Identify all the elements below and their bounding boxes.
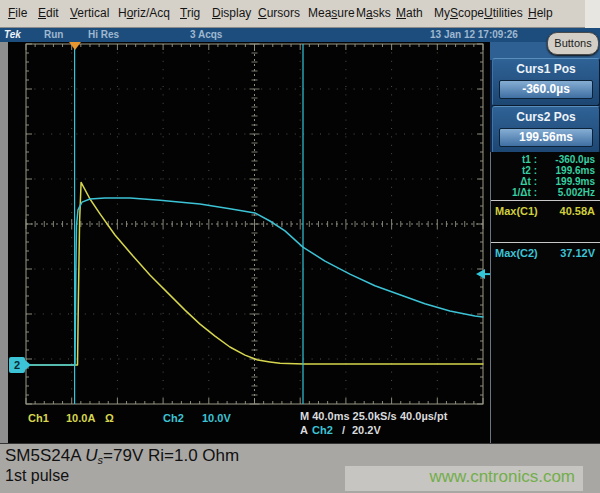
tek-logo: Tek xyxy=(4,29,21,40)
menu-label-post: dit xyxy=(46,6,59,20)
menu-label-key: E xyxy=(38,6,46,20)
ch1-label[interactable]: Ch1 xyxy=(28,412,49,424)
menu-label-post: isplay xyxy=(221,6,252,20)
menu-label-post: sks xyxy=(373,6,391,20)
menu-label-post: ertical xyxy=(77,6,109,20)
max-c2-readout: Max(C2)37.12V xyxy=(491,247,600,261)
trigger-mode-label: A xyxy=(300,424,308,436)
t2-label: t2 : xyxy=(491,165,537,176)
resolution-readout: 40.0µs/pt xyxy=(400,410,447,422)
max-c2-label: Max(C2) xyxy=(495,247,538,259)
menu-file[interactable]: File xyxy=(8,6,27,20)
divider xyxy=(491,200,600,201)
cursor-t1-readout: t1 :-360.0µs xyxy=(491,154,600,165)
max-c1-label: Max(C1) xyxy=(495,205,538,217)
caption-strip: SM5S24A Us=79V Ri=1.0 Ohm 1st pulse www.… xyxy=(0,443,600,493)
menu-label-post: ure xyxy=(337,6,354,20)
inv-dt-value: 5.002Hz xyxy=(558,187,595,198)
menu-label-post: cope xyxy=(458,6,484,20)
menu-utilities[interactable]: Utilities xyxy=(484,6,523,20)
menu-label-key: a xyxy=(366,6,373,20)
menu-label-key: S xyxy=(450,6,458,20)
caption-line2: 1st pulse xyxy=(5,467,69,485)
divider xyxy=(491,242,600,243)
menu-display[interactable]: Display xyxy=(212,6,251,20)
menu-label-key: U xyxy=(484,6,493,20)
menu-bar: File Edit Vertical Horiz/Acq Trig Displa… xyxy=(0,0,600,28)
t1-value: -360.0µs xyxy=(555,154,595,165)
menu-math[interactable]: Math xyxy=(396,6,423,20)
ch2-label[interactable]: Ch2 xyxy=(163,412,184,424)
control-panel: Curs1 Pos -360.0µs Curs2 Pos 199.56ms t1… xyxy=(490,42,600,443)
menu-label-post: rig xyxy=(187,6,200,20)
scope-display: 2 Ch1 10.0A Ω Ch2 10.0V M 40.0ms 25.0kS/… xyxy=(8,42,490,443)
watermark-box: www.cntronics.com xyxy=(345,466,583,491)
menu-label-post: ile xyxy=(15,6,27,20)
menu-label-pre: Mea xyxy=(308,6,331,20)
menu-label-key: T xyxy=(180,6,187,20)
t2-value: 199.6ms xyxy=(556,165,595,176)
menu-label-pre: M xyxy=(356,6,366,20)
menu-vertical[interactable]: Vertical xyxy=(70,6,109,20)
curs2-pos-box: Curs2 Pos 199.56ms xyxy=(492,106,600,154)
acq-count-label: 3 Acqs xyxy=(190,29,222,40)
screen-left-strip xyxy=(0,42,8,443)
timebase-readout[interactable]: M 40.0ms 25.0kS/s xyxy=(300,410,397,422)
menu-myscope[interactable]: MyScope xyxy=(434,6,484,20)
menu-label-pre: My xyxy=(434,6,450,20)
menu-measure[interactable]: Measure xyxy=(308,6,355,20)
caption-var: U xyxy=(85,446,97,465)
trigger-level-readout[interactable]: 20.2V xyxy=(352,424,381,436)
menu-label-key: H xyxy=(528,6,537,20)
run-state-label: Run xyxy=(44,29,63,40)
menu-label-key: D xyxy=(212,6,221,20)
curs1-pos-box: Curs1 Pos -360.0µs xyxy=(492,58,600,106)
caption-params: =79V Ri=1.0 Ohm xyxy=(103,446,239,465)
menu-label-post: elp xyxy=(537,6,553,20)
menu-label-key: C xyxy=(258,6,267,20)
trigger-source-label[interactable]: Ch2 xyxy=(312,424,333,436)
curs2-pos-field[interactable]: 199.56ms xyxy=(499,128,593,147)
max-c2-value: 37.12V xyxy=(560,247,595,259)
oscilloscope-window: File Edit Vertical Horiz/Acq Trig Displa… xyxy=(0,0,600,493)
watermark-link: www.cntronics.com xyxy=(430,467,575,487)
caption-device: SM5S24A xyxy=(5,446,85,465)
curs2-pos-title: Curs2 Pos xyxy=(493,110,599,124)
menu-edit[interactable]: Edit xyxy=(38,6,59,20)
t1-label: t1 : xyxy=(491,154,537,165)
cursor-freq-readout: 1/Δt :5.002Hz xyxy=(491,187,600,198)
menu-label-post: tilities xyxy=(493,6,523,20)
cursor-t2-readout: t2 :199.6ms xyxy=(491,165,600,176)
menu-label-post: riz/Acq xyxy=(133,6,170,20)
menu-label-post: ursors xyxy=(267,6,300,20)
dt-label: Δt : xyxy=(491,176,537,187)
inv-dt-label: 1/Δt : xyxy=(491,187,537,198)
menu-help[interactable]: Help xyxy=(528,6,553,20)
curs1-pos-title: Curs1 Pos xyxy=(493,62,599,76)
ch2-scale-readout[interactable]: 10.0V xyxy=(202,412,231,424)
menu-label-key: M xyxy=(396,6,406,20)
scope-readouts: Ch1 10.0A Ω Ch2 10.0V M 40.0ms 25.0kS/s … xyxy=(8,42,490,443)
dt-value: 199.9ms xyxy=(556,176,595,187)
max-c1-readout: Max(C1)40.58A xyxy=(491,205,600,219)
ch1-scale-readout[interactable]: 10.0A xyxy=(66,412,95,424)
cursor-dt-readout: Δt :199.9ms xyxy=(491,176,600,187)
menu-masks[interactable]: Masks xyxy=(356,6,391,20)
ch1-coupling-icon: Ω xyxy=(105,412,114,424)
acq-mode-label: Hi Res xyxy=(88,29,119,40)
menu-cursors[interactable]: Cursors xyxy=(258,6,300,20)
menu-label-pre: H xyxy=(118,6,127,20)
status-bar: Tek Run Hi Res 3 Acqs 13 Jan 12 17:09:26 xyxy=(0,28,600,42)
max-c1-value: 40.58A xyxy=(560,205,595,217)
curs1-pos-field[interactable]: -360.0µs xyxy=(499,80,593,99)
menu-trig[interactable]: Trig xyxy=(180,6,200,20)
buttons-button[interactable]: Buttons xyxy=(547,32,599,55)
caption-line1: SM5S24A Us=79V Ri=1.0 Ohm xyxy=(5,446,239,466)
measurement-readout-zone: t1 :-360.0µs t2 :199.6ms Δt :199.9ms 1/Δ… xyxy=(490,152,600,443)
trigger-slope-icon: / xyxy=(342,424,345,436)
datetime-label: 13 Jan 12 17:09:26 xyxy=(430,29,518,40)
menu-horiz-acq[interactable]: Horiz/Acq xyxy=(118,6,170,20)
menu-label-post: ath xyxy=(406,6,423,20)
